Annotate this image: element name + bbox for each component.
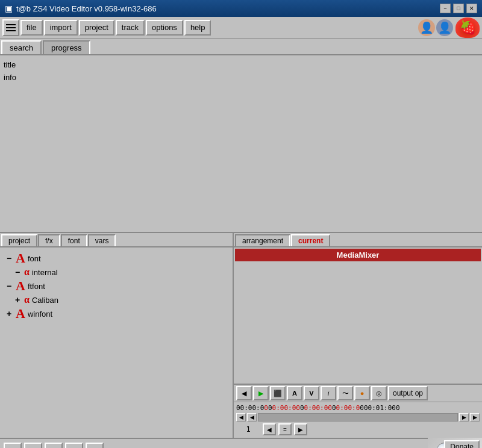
import-button[interactable]: ↵ <box>24 443 42 448</box>
avatar-2: 👤 <box>436 19 453 36</box>
timecode-11: 0 <box>392 404 396 412</box>
search-tab[interactable]: search <box>1 40 42 54</box>
transport-bar: ◀ ▶ ⬛ A V i 〜 ● ◎ output op <box>234 384 482 402</box>
scroll-left-button[interactable]: ◀ <box>236 413 246 422</box>
titlebar-controls: − □ ✕ <box>440 4 477 13</box>
fx-tab[interactable]: f/x <box>38 234 60 246</box>
options-menu[interactable]: options <box>146 20 183 36</box>
file-menu[interactable]: file <box>20 20 43 36</box>
close-button[interactable]: ✕ <box>466 4 477 13</box>
left-tabs: project f/x font vars <box>0 233 233 247</box>
list-item[interactable]: − A ftfont <box>4 279 229 293</box>
avatar-1: 👤 <box>418 19 435 36</box>
wave-button[interactable]: 〜 <box>337 386 353 400</box>
stop-button[interactable]: ⬛ <box>270 386 286 400</box>
timecode-12: 0 <box>396 404 400 412</box>
scrollbar-row: ◀ ◀ ▶ ▶ <box>234 412 482 422</box>
v-button[interactable]: V <box>304 386 319 400</box>
avatar-area: 👤 👤 <box>418 19 453 36</box>
scroll-left2-button[interactable]: ◀ <box>247 413 257 422</box>
forward-step-button[interactable]: ▶ <box>294 423 307 435</box>
expand-icon: + <box>13 295 22 305</box>
import-menu[interactable]: import <box>44 20 78 36</box>
record2-button[interactable]: ◎ <box>371 386 387 400</box>
timecode-7: 0 <box>332 404 336 412</box>
vars-tab[interactable]: vars <box>88 234 116 246</box>
timecode-8: 0:00:0 <box>336 404 360 412</box>
bottom-toolbar: ? ↵ ↲ ✕ ↻ done. Donate LO4D <box>0 438 482 448</box>
playback-row: 1 ◀ = ▶ <box>234 422 482 437</box>
arrangement-tab[interactable]: arrangement <box>235 234 290 246</box>
output-op-button[interactable]: output op <box>388 386 428 400</box>
logo-area: 👤 👤 🍓 <box>418 17 480 38</box>
titlebar: ▣ t@b ZS4 Video Editor v0.958-win32-686 … <box>0 0 482 17</box>
list-item[interactable]: + α Caliban <box>4 294 229 305</box>
app-title: t@b ZS4 Video Editor v0.958-win32-686 <box>16 4 157 13</box>
project-menu[interactable]: project <box>79 20 114 36</box>
timeline-area: 00:00:0 0 0 0:00:00 0 0:00:00 0 0:00:0 0… <box>234 402 482 438</box>
right-panel: arrangement current MediaMixer ◀ ▶ ⬛ A V… <box>234 233 482 438</box>
expand-icon: − <box>13 267 22 277</box>
expand-icon: − <box>5 254 13 263</box>
timecode-1: 00:00:0 <box>236 404 264 412</box>
scroll-right2-button[interactable]: ▶ <box>470 413 480 422</box>
maximize-button[interactable]: □ <box>453 4 464 13</box>
right-tabs: arrangement current <box>234 233 482 247</box>
menu-icon[interactable] <box>2 19 19 36</box>
pause-button[interactable]: = <box>278 423 292 435</box>
left-panel: project f/x font vars − A font − α inter… <box>0 233 234 438</box>
minimize-button[interactable]: − <box>440 4 451 13</box>
menubar: file import project track options help 👤… <box>0 17 482 39</box>
font-name-label: ftfont <box>28 282 45 291</box>
help-menu[interactable]: help <box>184 20 211 36</box>
a-button[interactable]: A <box>287 386 302 400</box>
progress-tab[interactable]: progress <box>43 40 90 54</box>
right-content <box>234 263 482 384</box>
list-item[interactable]: − A font <box>4 251 229 266</box>
scroll-right-button[interactable]: ▶ <box>459 413 469 422</box>
help-button[interactable]: ? <box>4 443 22 448</box>
play-button[interactable]: ▶ <box>253 386 269 400</box>
timecode-2: 0 <box>264 404 268 412</box>
timecode-bar: 00:00:0 0 0 0:00:00 0 0:00:00 0 0:00:0 0… <box>234 403 482 412</box>
svg-rect-0 <box>6 24 16 25</box>
timecode-9: 0 <box>360 404 364 412</box>
font-icon-small: α <box>24 295 30 305</box>
back-step-button[interactable]: ◀ <box>263 423 276 435</box>
mediamixer-label: MediaMixer <box>235 249 481 261</box>
svg-rect-2 <box>6 30 16 31</box>
bottom-area: project f/x font vars − A font − α inter… <box>0 233 482 438</box>
font-list: − A font − α internal − A ftfont + α Cal… <box>0 247 233 438</box>
donate-button[interactable]: Donate <box>444 440 480 448</box>
track-menu[interactable]: track <box>116 20 145 36</box>
record-button[interactable]: ● <box>354 386 370 400</box>
export-button[interactable]: ↲ <box>45 443 63 448</box>
tab-bar: search progress <box>0 39 482 55</box>
font-tab[interactable]: font <box>61 234 87 246</box>
timecode-3: 0 <box>268 404 272 412</box>
content-line1: title <box>4 59 478 72</box>
font-name-label: internal <box>32 268 58 277</box>
expand-icon: − <box>5 281 13 291</box>
font-name-label: font <box>28 254 41 263</box>
scrollbar-track[interactable] <box>258 413 458 422</box>
svg-rect-1 <box>6 27 16 28</box>
app-icon: ▣ <box>5 4 13 13</box>
rewind-button[interactable]: ◀ <box>236 386 252 400</box>
refresh-button[interactable]: ↻ <box>86 443 104 448</box>
lo4d-badge: Donate LO4D <box>428 438 482 448</box>
font-icon-small: α <box>24 267 30 277</box>
font-icon-big: A <box>16 279 25 293</box>
list-item[interactable]: + A winfont <box>4 306 229 321</box>
frame-number: 1 <box>236 425 260 434</box>
current-tab[interactable]: current <box>291 234 330 246</box>
delete-button[interactable]: ✕ <box>65 443 83 448</box>
font-name-label: winfont <box>28 310 52 319</box>
list-item[interactable]: − α internal <box>4 267 229 278</box>
font-icon-big: A <box>16 307 25 320</box>
titlebar-left: ▣ t@b ZS4 Video Editor v0.958-win32-686 <box>5 4 157 13</box>
info-button[interactable]: i <box>321 386 336 400</box>
project-tab[interactable]: project <box>1 234 37 246</box>
logo-strawberry: 🍓 <box>455 17 480 38</box>
content-line2: info <box>4 72 478 84</box>
